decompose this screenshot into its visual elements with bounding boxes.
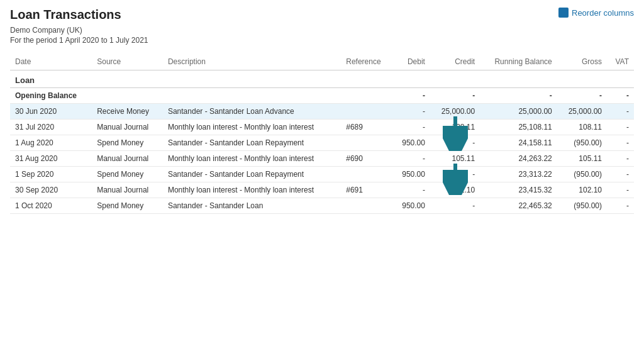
table-row: 30 Sep 2020 Manual Journal Monthly loan … [10,182,634,198]
col-gross: Gross [557,53,607,70]
col-credit: Credit [430,53,480,70]
running-balance-cell: 25,108.11 [480,120,557,135]
reference-cell: #690 [341,151,392,167]
date-cell: 1 Aug 2020 [10,135,92,151]
credit-cell: 25,000.00 [430,104,480,120]
description-cell: Santander - Santander Loan Advance [163,104,341,120]
gross-cell: 105.11 [557,151,607,167]
col-description: Description [163,53,341,70]
running-balance-cell: 24,158.11 [480,135,557,151]
debit-cell: - [392,104,430,120]
section-label: Loan [10,70,634,88]
description-cell: Santander - Santander Loan Repayment [163,167,341,182]
vat-cell: - [607,182,634,198]
description-cell: Monthly loan interest - Monthly loan int… [163,182,341,198]
reference-cell [341,104,392,120]
gross-cell: (950.00) [557,135,607,151]
table-row: 30 Jun 2020 Receive Money Santander - Sa… [10,104,634,120]
reference-cell: #689 [341,120,392,135]
gross-cell: (950.00) [557,167,607,182]
col-date: Date [10,53,92,70]
source-cell: Spend Money [92,167,163,182]
opening-balance-row: Opening Balance - - - - - [10,88,634,104]
debit-cell: 950.00 [392,135,430,151]
description-cell: Santander - Santander Loan [163,198,341,214]
ob-label: Opening Balance [10,88,92,104]
running-balance-cell: 23,415.32 [480,182,557,198]
gross-cell: (950.00) [557,198,607,214]
credit-cell: - [430,135,480,151]
date-cell: 31 Jul 2020 [10,120,92,135]
credit-cell: 105.11 [430,151,480,167]
reorder-columns-button[interactable]: Reorder columns [558,8,634,18]
table-header-row: Date Source Description Reference Debit … [10,53,634,70]
vat-cell: - [607,151,634,167]
reorder-icon [558,8,569,18]
date-cell: 31 Aug 2020 [10,151,92,167]
period-label: For the period 1 April 2020 to 1 July 20… [10,36,634,45]
vat-cell: - [607,167,634,182]
col-reference: Reference [341,53,392,70]
company-name: Demo Company (UK) [10,26,634,35]
description-cell: Santander - Santander Loan Repayment [163,135,341,151]
reference-cell [341,167,392,182]
col-debit: Debit [392,53,430,70]
description-cell: Monthly loan interest - Monthly loan int… [163,151,341,167]
section-header-loan: Loan [10,70,634,88]
running-balance-cell: 24,263.22 [480,151,557,167]
page-title: Loan Transactions [10,8,121,22]
col-source: Source [92,53,163,70]
page-header: Loan Transactions Reorder columns [10,8,634,22]
gross-cell: 25,000.00 [557,104,607,120]
debit-cell: 950.00 [392,167,430,182]
source-cell: Manual Journal [92,182,163,198]
credit-cell: - [430,167,480,182]
vat-cell: - [607,198,634,214]
table-row: 31 Jul 2020 Manual Journal Monthly loan … [10,120,634,135]
reference-cell [341,135,392,151]
running-balance-cell: 23,313.22 [480,167,557,182]
debit-cell: 950.00 [392,198,430,214]
source-cell: Receive Money [92,104,163,120]
vat-cell: - [607,120,634,135]
reference-cell: #691 [341,182,392,198]
running-balance-cell: 25,000.00 [480,104,557,120]
source-cell: Manual Journal [92,151,163,167]
table-row: 31 Aug 2020 Manual Journal Monthly loan … [10,151,634,167]
table-row: 1 Oct 2020 Spend Money Santander - Santa… [10,198,634,214]
gross-cell: 102.10 [557,182,607,198]
reference-cell [341,198,392,214]
col-vat: VAT [607,53,634,70]
source-cell: Spend Money [92,135,163,151]
credit-cell: 102.10 [430,182,480,198]
date-cell: 30 Sep 2020 [10,182,92,198]
source-cell: Spend Money [92,198,163,214]
transactions-table: Date Source Description Reference Debit … [10,53,634,214]
running-balance-cell: 22,465.32 [480,198,557,214]
date-cell: 1 Oct 2020 [10,198,92,214]
credit-cell: - [430,198,480,214]
col-running-balance: Running Balance [480,53,557,70]
debit-cell: - [392,182,430,198]
vat-cell: - [607,104,634,120]
date-cell: 1 Sep 2020 [10,167,92,182]
gross-cell: 108.11 [557,120,607,135]
table-row: 1 Aug 2020 Spend Money Santander - Santa… [10,135,634,151]
vat-cell: - [607,135,634,151]
debit-cell: - [392,151,430,167]
credit-cell: 108.11 [430,120,480,135]
table-row: 1 Sep 2020 Spend Money Santander - Santa… [10,167,634,182]
source-cell: Manual Journal [92,120,163,135]
reorder-label: Reorder columns [572,8,634,18]
description-cell: Monthly loan interest - Monthly loan int… [163,120,341,135]
debit-cell: - [392,120,430,135]
date-cell: 30 Jun 2020 [10,104,92,120]
